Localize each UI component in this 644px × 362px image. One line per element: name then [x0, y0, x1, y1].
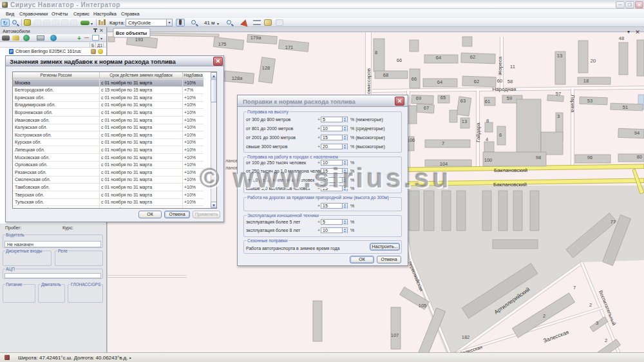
svg-text:179а: 179а — [251, 35, 262, 41]
svg-text:Жореса: Жореса — [497, 56, 503, 75]
svg-text:48: 48 — [619, 35, 624, 41]
svg-text:53: 53 — [587, 98, 592, 104]
svg-text:Народная: Народная — [493, 86, 516, 92]
svg-text:▾: ▾ — [627, 29, 630, 35]
svg-text:4: 4 — [486, 137, 488, 142]
svg-text:94: 94 — [634, 130, 639, 136]
svg-text:7: 7 — [442, 140, 444, 146]
svg-text:13: 13 — [462, 119, 467, 124]
svg-text:20: 20 — [591, 58, 596, 64]
svg-text:60: 60 — [497, 78, 502, 84]
svg-text:51: 51 — [623, 104, 628, 110]
svg-text:7: 7 — [573, 285, 576, 291]
svg-text:11: 11 — [510, 64, 515, 70]
svg-text:2: 2 — [589, 302, 592, 308]
svg-text:8: 8 — [375, 50, 377, 55]
svg-text:107: 107 — [391, 332, 399, 338]
svg-text:59: 59 — [507, 95, 512, 101]
svg-text:Все объекты: Все объекты — [116, 30, 147, 36]
svg-text:96: 96 — [587, 155, 592, 160]
svg-text:128: 128 — [262, 65, 270, 71]
svg-text:омиссаров: омиссаров — [366, 68, 372, 94]
svg-text:2: 2 — [605, 338, 607, 343]
svg-text:100: 100 — [484, 157, 493, 163]
svg-text:66: 66 — [397, 57, 402, 63]
svg-text:✕: ✕ — [635, 29, 640, 35]
svg-text:61: 61 — [485, 99, 490, 104]
svg-text:171: 171 — [285, 44, 294, 50]
svg-text:64: 64 — [437, 79, 442, 85]
svg-text:57: 57 — [556, 91, 561, 97]
svg-text:Баклановский: Баклановский — [493, 182, 527, 187]
svg-text:105: 105 — [419, 303, 427, 309]
svg-text:128а: 128а — [232, 75, 243, 81]
svg-text:175: 175 — [218, 41, 227, 47]
svg-text:8: 8 — [486, 118, 489, 124]
svg-text:62: 62 — [474, 79, 479, 84]
svg-text:Ларина: Ларина — [570, 95, 576, 113]
svg-text:2: 2 — [543, 313, 545, 319]
svg-text:62: 62 — [470, 54, 475, 60]
svg-text:6: 6 — [499, 132, 502, 138]
svg-text:3: 3 — [596, 320, 598, 326]
svg-text:69: 69 — [416, 95, 421, 101]
svg-text:Баклановский: Баклановский — [494, 167, 527, 173]
svg-text:65: 65 — [440, 95, 446, 100]
svg-text:58: 58 — [507, 79, 513, 84]
svg-text:98: 98 — [536, 155, 541, 160]
svg-text:63: 63 — [460, 98, 466, 104]
svg-text:66: 66 — [412, 76, 417, 82]
svg-text:80: 80 — [637, 154, 642, 160]
svg-text:18: 18 — [583, 78, 589, 84]
svg-text:68: 68 — [383, 72, 388, 78]
svg-text:182: 182 — [462, 334, 470, 340]
svg-text:77: 77 — [611, 219, 616, 225]
svg-text:3: 3 — [557, 113, 560, 119]
svg-text:64: 64 — [436, 55, 441, 61]
svg-text:67: 67 — [424, 105, 429, 111]
svg-text:Гайдара: Гайдара — [475, 122, 481, 142]
svg-text:13: 13 — [557, 53, 562, 59]
